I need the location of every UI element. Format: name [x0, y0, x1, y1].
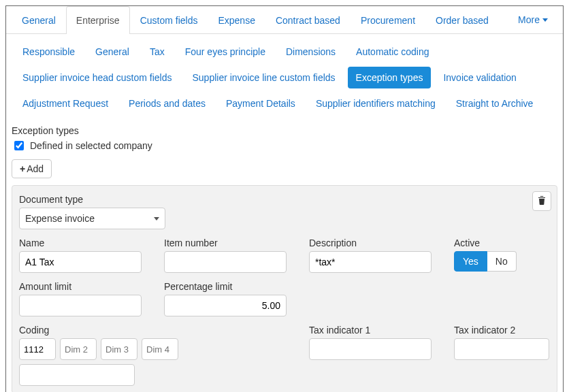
tab-contract-based[interactable]: Contract based: [265, 6, 351, 34]
item-number-input[interactable]: [164, 251, 287, 273]
tab-general[interactable]: General: [12, 6, 66, 34]
add-button[interactable]: + Add: [12, 159, 52, 178]
sub-nav: Responsible General Tax Four eyes princi…: [6, 34, 563, 121]
subtab-four-eyes[interactable]: Four eyes principle: [177, 41, 274, 63]
active-label: Active: [454, 238, 517, 248]
tab-procurement[interactable]: Procurement: [351, 6, 425, 34]
coding-extra-input[interactable]: [19, 364, 135, 386]
description-input[interactable]: [309, 251, 432, 273]
section-heading: Exception types: [6, 121, 563, 137]
description-label: Description: [309, 238, 442, 248]
active-yes-button[interactable]: Yes: [454, 251, 487, 272]
subtab-payment-details[interactable]: Payment Details: [218, 93, 304, 114]
subtab-invoice-validation[interactable]: Invoice validation: [435, 67, 524, 88]
tax-indicator-2-input[interactable]: [454, 338, 549, 360]
document-type-value: Expense invoice: [25, 213, 95, 224]
coding-label: Coding: [19, 325, 297, 336]
percentage-limit-input[interactable]: [164, 295, 287, 316]
item-number-label: Item number: [164, 238, 297, 248]
exception-panel: Document type Expense invoice Name Item …: [12, 185, 557, 392]
amount-limit-input[interactable]: [19, 295, 142, 316]
amount-limit-label: Amount limit: [19, 281, 152, 292]
more-menu[interactable]: More: [508, 6, 557, 33]
subtab-sup-inv-line[interactable]: Supplier invoice line custom fields: [184, 67, 343, 88]
coding-dim4-input[interactable]: [142, 338, 178, 360]
percentage-limit-label: Percentage limit: [164, 281, 297, 292]
add-button-label: Add: [27, 163, 44, 174]
active-no-button[interactable]: No: [487, 251, 517, 272]
delete-button[interactable]: [532, 191, 551, 211]
plus-icon: +: [20, 163, 25, 174]
chevron-down-icon: [542, 18, 548, 22]
tab-custom-fields[interactable]: Custom fields: [130, 6, 208, 34]
subtab-dimensions[interactable]: Dimensions: [278, 41, 344, 63]
coding-dim3-input[interactable]: [101, 338, 137, 360]
tax-indicator-1-label: Tax indicator 1: [309, 325, 442, 336]
subtab-responsible[interactable]: Responsible: [14, 41, 83, 63]
subtab-automatic-coding[interactable]: Automatic coding: [348, 41, 437, 63]
tab-expense[interactable]: Expense: [208, 6, 265, 34]
document-type-select[interactable]: Expense invoice: [19, 208, 165, 229]
active-toggle: Yes No: [454, 251, 517, 272]
defined-checkbox-label: Defined in selected company: [30, 140, 152, 151]
subtab-adjustment-request[interactable]: Adjustment Request: [14, 93, 116, 114]
tax-indicator-1-input[interactable]: [309, 338, 432, 360]
subtab-tax[interactable]: Tax: [142, 41, 173, 63]
app-frame: General Enterprise Custom fields Expense…: [5, 5, 564, 392]
tab-enterprise[interactable]: Enterprise: [66, 6, 130, 34]
trash-icon: [538, 195, 546, 205]
subtab-sup-inv-head[interactable]: Supplier invoice head custom fields: [14, 67, 180, 88]
subtab-straight-archive[interactable]: Straight to Archive: [448, 93, 542, 114]
coding-dim2-input[interactable]: [60, 338, 97, 360]
svg-rect-0: [540, 199, 541, 203]
subtab-periods-dates[interactable]: Periods and dates: [120, 93, 214, 114]
svg-rect-1: [542, 199, 542, 203]
subtab-general[interactable]: General: [87, 41, 137, 63]
tab-order-based[interactable]: Order based: [425, 6, 499, 34]
name-label: Name: [19, 238, 152, 248]
chevron-down-icon: [154, 217, 159, 220]
defined-checkbox-row: Defined in selected company: [6, 137, 563, 159]
coding-dim1-input[interactable]: [19, 338, 56, 360]
more-label: More: [518, 14, 540, 25]
svg-rect-2: [542, 199, 543, 203]
subtab-exception-types[interactable]: Exception types: [348, 67, 432, 88]
subtab-supplier-id-matching[interactable]: Supplier identifiers matching: [308, 93, 444, 114]
defined-checkbox[interactable]: [14, 141, 24, 150]
tax-indicator-2-label: Tax indicator 2: [454, 325, 542, 336]
document-type-label: Document type: [19, 194, 550, 205]
name-input[interactable]: [19, 251, 142, 273]
main-tab-bar: General Enterprise Custom fields Expense…: [6, 6, 563, 34]
